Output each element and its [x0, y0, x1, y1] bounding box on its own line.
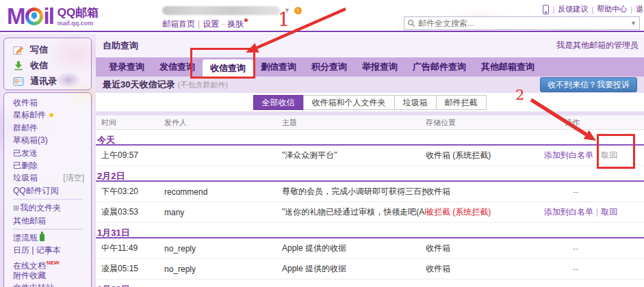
- sidebar-item-online-docs[interactable]: 在线文档NEW: [13, 257, 91, 269]
- mail-time: 凌晨05:15: [101, 263, 164, 275]
- sidebar-item-starred[interactable]: 星标邮件 ★: [13, 109, 91, 121]
- mail-sender: many: [164, 208, 282, 217]
- col-storage: 存储位置: [426, 118, 544, 128]
- sidebar-item-drift-bottle[interactable]: 漂流瓶: [13, 232, 91, 244]
- sidebar-item-drafts[interactable]: 草稿箱(3): [13, 134, 91, 146]
- tab-points-query[interactable]: 积分查询: [304, 57, 355, 77]
- no-operation: --: [544, 187, 644, 197]
- receive-label: 收信: [30, 59, 48, 72]
- mail-subject: "泽众众测平台": [282, 150, 426, 161]
- query-tab-bar: 登录查询 发信查询 收信查询 删信查询 积分查询 举报查询 广告邮件查询 其他邮…: [96, 57, 644, 77]
- sidebar-item-inbox[interactable]: 收件箱: [13, 96, 91, 109]
- group-date-feb2: 2月2日: [96, 166, 644, 180]
- sidebar-item-subscription[interactable]: QQ邮件订阅: [13, 184, 91, 197]
- col-operation: 操作: [544, 118, 644, 128]
- page-title: 自助查询: [103, 40, 138, 52]
- filter-all-received[interactable]: 全部收信: [253, 95, 304, 110]
- table-row: 中午11:49 no_reply Apple 提供的收据 收件箱 --: [96, 238, 644, 259]
- tab-delete-query[interactable]: 删信查询: [253, 57, 304, 77]
- mail-swirl-icon: [25, 8, 43, 25]
- mailbox-home-link[interactable]: 邮箱首页: [162, 19, 195, 29]
- sidebar-item-file-transfer[interactable]: 文件中转站: [13, 282, 91, 287]
- add-whitelist-link[interactable]: 添加到白名单: [544, 150, 593, 160]
- add-whitelist-link[interactable]: 添加到白名单: [544, 207, 593, 217]
- section-note: (不包含群邮件): [177, 80, 227, 90]
- group-date-jan31: 1月31日: [96, 223, 644, 237]
- mail-storage: 收件箱: [426, 186, 544, 197]
- sidebar-item-sent[interactable]: 已发送: [13, 147, 91, 159]
- mail-storage-blocked: 被拦截 (系统拦截): [426, 206, 544, 218]
- complaint-button[interactable]: 收不到来信？我要投诉: [540, 77, 637, 92]
- mail-subject: 尊敬的会员，完成小调研即可获得三百携程积分...: [282, 186, 426, 197]
- sidebar-item-attachment-favorites[interactable]: 附件收藏: [13, 269, 91, 282]
- retrieve-link[interactable]: 取回: [601, 150, 617, 160]
- logout-link[interactable]: 退出: [636, 4, 644, 14]
- skin-link[interactable]: 换肤: [227, 19, 244, 29]
- filter-intercepted[interactable]: 邮件拦截: [436, 95, 487, 110]
- mail-storage: 收件箱: [426, 263, 544, 275]
- sidebar-divider: [13, 229, 83, 230]
- group-date-jan30: 1月30日: [96, 279, 644, 287]
- account-vip-icon[interactable]: !: [294, 7, 302, 14]
- top-bar: M il QQ邮箱 mail.qq.com ▼ ! 邮箱首页|设置-换肤 | 反…: [0, 0, 644, 32]
- mobile-phone-icon[interactable]: [543, 5, 549, 14]
- mail-time: 凌晨03:53: [101, 206, 164, 218]
- mail-storage: 收件箱 (系统拦截): [426, 150, 544, 161]
- page-header: 自助查询 我是其他邮箱的管理员: [96, 33, 644, 57]
- filter-inbox-personal[interactable]: 收件箱和个人文件夹: [303, 95, 395, 110]
- main-content: 自助查询 我是其他邮箱的管理员 登录查询 发信查询 收信查询 删信查询 积分查询…: [96, 33, 644, 287]
- mail-sender: no_reply: [164, 244, 282, 254]
- table-row: 凌晨03:53 many "送你的礼物已经通过审核，快领走吧(AD)" 被拦截 …: [96, 202, 644, 223]
- mail-sender: no_reply: [164, 264, 282, 274]
- no-operation: --: [544, 244, 644, 254]
- junk-empty-link[interactable]: [清空]: [63, 172, 84, 184]
- sidebar-item-group-mail[interactable]: 群邮件: [13, 122, 91, 134]
- tab-report-query[interactable]: 举报查询: [355, 57, 405, 77]
- brand-name: QQ邮箱: [57, 7, 99, 18]
- tab-other-mailbox-query[interactable]: 其他邮箱查询: [474, 57, 542, 77]
- compose-button[interactable]: 写信: [13, 42, 91, 57]
- filter-junk[interactable]: 垃圾箱: [394, 95, 437, 110]
- sidebar-divider: [13, 199, 83, 200]
- sidebar-item-calendar-notes[interactable]: 日历 | 记事本: [13, 244, 91, 256]
- sidebar-actions-box: 写信 收信 通讯录: [3, 38, 92, 90]
- search-input[interactable]: [418, 18, 630, 28]
- mail-time: 中午11:49: [101, 243, 164, 254]
- sidebar-item-my-folders[interactable]: ⊞我的文件夹: [13, 202, 91, 214]
- search-dropdown-caret-icon[interactable]: ▼: [630, 20, 636, 27]
- tab-ad-mail-query[interactable]: 广告邮件查询: [405, 57, 474, 77]
- mail-subject: Apple 提供的收据: [282, 243, 426, 254]
- feedback-link[interactable]: 反馈建议: [558, 4, 588, 14]
- expand-icon[interactable]: ⊞: [13, 204, 19, 212]
- settings-link[interactable]: 设置: [203, 19, 219, 29]
- retrieve-link[interactable]: 取回: [601, 207, 617, 217]
- other-mailbox-admin-link[interactable]: 我是其他邮箱的管理员: [556, 40, 639, 51]
- tab-receive-query[interactable]: 收信查询: [203, 59, 253, 77]
- mail-search-box[interactable]: ▼: [404, 16, 640, 30]
- col-subject: 主题: [282, 118, 426, 128]
- account-area[interactable]: ▼ !: [162, 5, 302, 16]
- logo-letters-il: il: [44, 3, 53, 29]
- top-right-links: | 反馈建议 | 帮助中心 | 退出: [543, 4, 644, 14]
- tab-send-query[interactable]: 发信查询: [152, 57, 203, 77]
- account-dropdown-caret-icon[interactable]: ▼: [284, 7, 290, 14]
- sidebar: 写信 收信 通讯录 收件箱 星标邮件 ★ 群邮件 草稿箱(3) 已发送 已删除 …: [0, 33, 96, 287]
- table-row: 下午03:20 recommend 尊敬的会员，完成小调研即可获得三百携程积分.…: [96, 182, 644, 202]
- contacts-icon: [13, 76, 24, 87]
- tab-login-query[interactable]: 登录查询: [101, 57, 152, 77]
- sidebar-item-deleted[interactable]: 已删除: [13, 159, 91, 172]
- no-operation: --: [544, 264, 644, 274]
- help-center-link[interactable]: 帮助中心: [597, 4, 627, 14]
- contacts-label: 通讯录: [30, 75, 57, 87]
- mail-storage: 收件箱: [426, 243, 544, 254]
- contacts-button[interactable]: 通讯录: [13, 73, 91, 89]
- account-links: 邮箱首页|设置-换肤: [162, 18, 248, 30]
- col-time: 时间: [101, 118, 164, 128]
- sidebar-item-junk[interactable]: 垃圾箱[清空]: [13, 172, 91, 184]
- section-title: 最近30天收信记录: [103, 79, 175, 91]
- bottle-icon: [40, 234, 44, 241]
- sidebar-item-other-mailboxes[interactable]: 其他邮箱: [13, 215, 91, 227]
- sidebar-folders-box: 收件箱 星标邮件 ★ 群邮件 草稿箱(3) 已发送 已删除 垃圾箱[清空] QQ…: [3, 92, 92, 287]
- qqmail-logo[interactable]: M il QQ邮箱 mail.qq.com: [7, 3, 99, 30]
- receive-button[interactable]: 收信: [13, 57, 91, 73]
